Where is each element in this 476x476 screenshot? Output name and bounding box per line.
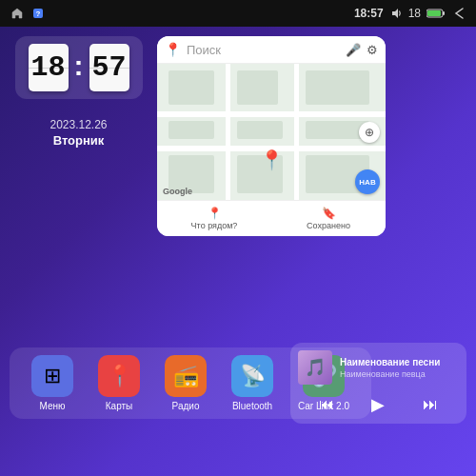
- map-road: [294, 64, 299, 200]
- main-screen: 18 : 57 2023.12.26 Вторник 📍 Поиск 🎤 ⚙: [0, 27, 476, 476]
- app-label-menu: Меню: [39, 401, 65, 411]
- map-block: [306, 70, 369, 105]
- svg-text:?: ?: [36, 10, 41, 18]
- nearby-icon: 📍: [208, 207, 222, 220]
- battery-level: 18: [408, 7, 421, 20]
- map-search-placeholder[interactable]: Поиск: [187, 43, 340, 57]
- battery-icon: [426, 8, 446, 19]
- status-bar-left: ?: [10, 6, 46, 21]
- map-tab-saved[interactable]: 🔖 Сохранено: [271, 205, 386, 232]
- date-panel: 2023.12.26 Вторник: [50, 118, 107, 148]
- map-bottom-tabs: 📍 Что рядом? 🔖 Сохранено: [157, 200, 386, 236]
- music-top: 🎵 Наименование песни Наименование певца: [290, 343, 466, 388]
- app-label-maps: Карты: [106, 401, 133, 411]
- volume-icon: [389, 7, 403, 20]
- map-tab-saved-label: Сохранено: [307, 221, 350, 230]
- date-text: 2023.12.26: [50, 118, 107, 131]
- svg-rect-4: [443, 11, 445, 15]
- status-bar-right: 18:57 18: [354, 7, 466, 20]
- saved-icon: 🔖: [322, 207, 336, 220]
- music-play-button[interactable]: ▶: [366, 392, 390, 417]
- app-item-menu[interactable]: ⊞Меню: [31, 355, 73, 411]
- app-label-radio: Радио: [172, 401, 200, 411]
- status-bar: ? 18:57 18: [0, 0, 476, 27]
- map-panel[interactable]: 📍 Поиск 🎤 ⚙: [157, 36, 386, 236]
- map-mic-icon[interactable]: 🎤: [346, 43, 361, 57]
- map-background: [157, 64, 386, 200]
- google-logo: Google: [163, 187, 192, 196]
- map-zoom-button[interactable]: ⊕: [359, 122, 380, 143]
- app-icon-radio: 📻: [165, 355, 207, 397]
- app-icon-bluetooth: 📡: [231, 355, 273, 397]
- map-block: [237, 121, 283, 139]
- music-next-button[interactable]: ⏭: [417, 394, 444, 415]
- back-icon[interactable]: [451, 7, 466, 20]
- music-prev-button[interactable]: ⏮: [313, 394, 340, 415]
- map-road: [157, 111, 386, 117]
- clock-minutes: 57: [89, 44, 129, 91]
- map-nav-button[interactable]: НАВ: [355, 169, 380, 194]
- day-text: Вторник: [50, 133, 107, 148]
- music-title: Наименование песни: [340, 357, 459, 367]
- device-frame: ? 18:57 18 18 :: [0, 0, 476, 476]
- clock-panel: 18 : 57 2023.12.26 Вторник: [10, 36, 148, 236]
- map-nav-label: НАВ: [359, 178, 375, 187]
- map-tab-nearby[interactable]: 📍 Что рядом?: [157, 205, 271, 232]
- svg-rect-5: [427, 10, 441, 16]
- music-panel[interactable]: 🎵 Наименование песни Наименование певца …: [290, 343, 466, 424]
- map-area[interactable]: 📍 ⊕ НАВ Google: [157, 64, 386, 200]
- app-label-bluetooth: Bluetooth: [232, 401, 272, 411]
- map-block: [169, 70, 214, 105]
- clock-hours: 18: [29, 44, 69, 91]
- music-artist: Наименование певца: [340, 369, 459, 379]
- music-album-art: 🎵: [298, 350, 332, 385]
- map-tab-nearby-label: Что рядом?: [191, 221, 238, 230]
- map-block: [169, 121, 214, 139]
- app-icon-menu: ⊞: [31, 355, 73, 397]
- clock-widget: 18 : 57: [15, 36, 143, 99]
- map-search-bar[interactable]: 📍 Поиск 🎤 ⚙: [157, 36, 386, 64]
- home-icon[interactable]: [10, 6, 25, 21]
- map-road: [226, 64, 230, 200]
- question-icon[interactable]: ?: [30, 6, 46, 21]
- app-item-maps[interactable]: 📍Карты: [98, 355, 140, 411]
- svg-marker-2: [392, 9, 398, 18]
- app-icon-maps: 📍: [98, 355, 140, 397]
- map-location-icon: 📍: [165, 42, 181, 57]
- map-settings-icon[interactable]: ⚙: [367, 43, 378, 57]
- clock-colon: :: [74, 50, 84, 82]
- music-info: Наименование песни Наименование певца: [340, 357, 459, 379]
- map-marker: 📍: [260, 149, 284, 171]
- app-item-radio[interactable]: 📻Радио: [165, 355, 207, 411]
- map-block: [237, 70, 278, 105]
- app-item-bluetooth[interactable]: 📡Bluetooth: [231, 355, 273, 411]
- status-time: 18:57: [354, 7, 384, 20]
- music-controls: ⏮ ▶ ⏭: [290, 388, 466, 424]
